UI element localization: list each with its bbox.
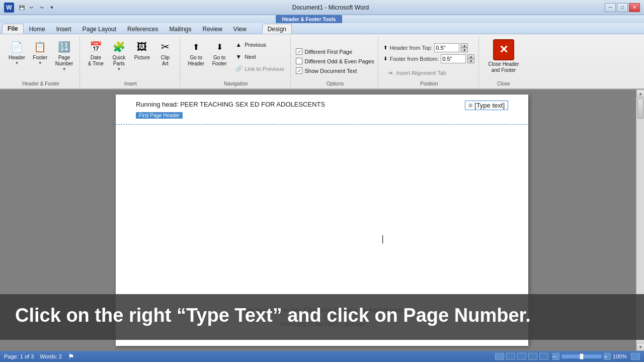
go-to-footer-button[interactable]: ⬇ Go to Footer bbox=[209, 37, 230, 68]
draft-view-button[interactable] bbox=[539, 353, 548, 360]
header-from-top-input[interactable] bbox=[434, 43, 459, 52]
diff-odd-even-checkbox[interactable]: Different Odd & Even Pages bbox=[296, 58, 374, 64]
next-button[interactable]: ▼ Next bbox=[232, 51, 286, 62]
close-group-label: Close bbox=[484, 81, 523, 87]
zoom-out-button[interactable]: ─ bbox=[552, 353, 559, 360]
close-header-footer-button[interactable]: ✕ Close Header and Footer bbox=[484, 37, 523, 75]
header-dropdown-arrow: ▼ bbox=[15, 61, 19, 65]
minimize-button[interactable]: ─ bbox=[605, 3, 616, 12]
page-number-dropdown-arrow: ▼ bbox=[62, 67, 66, 71]
footer-label: Footer bbox=[33, 55, 47, 61]
footer-bottom-icon: ⬇ bbox=[383, 56, 387, 61]
footer-button[interactable]: 📋 Footer ▼ bbox=[30, 37, 51, 67]
show-doc-text-label: Show Document Text bbox=[304, 68, 357, 74]
diff-first-page-checkbox[interactable]: ✓ Different First Page bbox=[296, 48, 352, 55]
picture-label: Picture bbox=[134, 55, 150, 61]
page-status-text: Page: 1 of 3 bbox=[4, 353, 34, 359]
tab-view[interactable]: View bbox=[228, 24, 252, 34]
header-button[interactable]: 📄 Header ▼ bbox=[6, 37, 28, 67]
type-text-box[interactable]: ⊞ [Type text] bbox=[465, 101, 508, 110]
tab-design[interactable]: Design bbox=[262, 24, 292, 34]
navigation-content: ⬆ Go to Header ⬇ Go to Footer ▲ Previous… bbox=[185, 37, 286, 81]
type-text-label[interactable]: [Type text] bbox=[474, 102, 505, 109]
position-content: ⬆ Header from Top: ▲ ▼ ⬇ Footer from Bot… bbox=[383, 37, 474, 81]
type-text-handle-icon: ⊞ bbox=[468, 103, 472, 108]
date-time-button[interactable]: 📅 Date & Time bbox=[85, 37, 106, 68]
header-top-down[interactable]: ▼ bbox=[461, 48, 468, 52]
header-top-up[interactable]: ▲ bbox=[461, 43, 468, 48]
title-bar: W 💾 ↩ ↪ ▼ Document1 - Microsoft Word ─ □… bbox=[0, 0, 644, 15]
header-area[interactable]: Running head: PEER TEACHING SEX ED FOR A… bbox=[116, 95, 528, 125]
scroll-down-button[interactable]: ▼ bbox=[636, 343, 644, 351]
restore-button[interactable]: □ bbox=[617, 3, 628, 12]
page-number-icon: 🔢 bbox=[56, 39, 72, 55]
header-icon: 📄 bbox=[9, 39, 25, 55]
page-status: Page: 1 of 3 bbox=[4, 353, 34, 359]
tab-review[interactable]: Review bbox=[197, 24, 227, 34]
header-top-spinner[interactable]: ▲ ▼ bbox=[461, 43, 468, 52]
footer-from-bottom-label: Footer from Bottom: bbox=[389, 56, 439, 62]
diff-odd-even-check-icon bbox=[296, 58, 302, 64]
tab-insert[interactable]: Insert bbox=[51, 24, 77, 34]
page-number-button[interactable]: 🔢 Page Number ▼ bbox=[53, 37, 76, 73]
document-area: ▲ ▼ Running head: PEER TEACHING SEX ED F… bbox=[0, 89, 644, 351]
ribbon: 📄 Header ▼ 📋 Footer ▼ 🔢 Page Number ▼ He… bbox=[0, 34, 644, 89]
go-to-footer-label: Go to Footer bbox=[212, 55, 227, 67]
footer-from-bottom-row: ⬇ Footer from Bottom: ▲ ▼ bbox=[383, 54, 474, 63]
previous-icon: ▲ bbox=[234, 41, 243, 49]
link-icon: 🔗 bbox=[234, 65, 243, 73]
previous-button[interactable]: ▲ Previous bbox=[232, 39, 286, 50]
picture-icon: 🖼 bbox=[134, 39, 150, 55]
footer-bottom-down[interactable]: ▼ bbox=[467, 59, 474, 63]
link-to-previous-label: Link to Previous bbox=[245, 66, 284, 72]
clip-art-button[interactable]: ✂ Clip Art bbox=[154, 37, 176, 68]
group-close: ✕ Close Header and Footer Close bbox=[480, 36, 527, 88]
zoom-in-button[interactable]: + bbox=[604, 353, 611, 360]
header-footer-buttons: 📄 Header ▼ 📋 Footer ▼ 🔢 Page Number ▼ bbox=[6, 37, 75, 81]
tab-page-layout[interactable]: Page Layout bbox=[77, 24, 122, 34]
close-window-button[interactable]: ✕ bbox=[629, 3, 640, 12]
group-position: ⬆ Header from Top: ▲ ▼ ⬇ Footer from Bot… bbox=[379, 36, 479, 88]
go-to-header-button[interactable]: ⬆ Go to Header bbox=[185, 37, 207, 68]
close-header-footer-icon: ✕ bbox=[493, 39, 514, 60]
redo-icon[interactable]: ↪ bbox=[37, 3, 46, 12]
next-icon: ▼ bbox=[234, 53, 243, 61]
picture-button[interactable]: 🖼 Picture bbox=[131, 37, 152, 62]
footer-icon: 📋 bbox=[32, 39, 48, 55]
diff-first-page-check-icon: ✓ bbox=[296, 48, 302, 55]
page-number-label: Page Number bbox=[55, 55, 73, 67]
scroll-thumb[interactable] bbox=[637, 99, 643, 119]
insert-alignment-tab-button[interactable]: ⇥ Insert Alignment Tab bbox=[383, 67, 448, 78]
footer-bottom-spinner[interactable]: ▲ ▼ bbox=[467, 54, 474, 63]
link-to-previous-button[interactable]: 🔗 Link to Previous bbox=[232, 63, 286, 74]
zoom-slider[interactable] bbox=[561, 354, 602, 358]
undo-icon[interactable]: ↩ bbox=[27, 3, 36, 12]
web-layout-view-button[interactable] bbox=[517, 353, 526, 360]
outline-view-button[interactable] bbox=[528, 353, 537, 360]
date-time-label: Date & Time bbox=[88, 55, 104, 67]
dropdown-icon[interactable]: ▼ bbox=[47, 3, 56, 12]
insert-buttons: 📅 Date & Time 🧩 Quick Parts ▼ 🖼 Picture … bbox=[85, 37, 176, 81]
tab-references[interactable]: References bbox=[122, 24, 164, 34]
zoom-fit-button[interactable] bbox=[631, 353, 640, 360]
tab-file[interactable]: File bbox=[2, 24, 24, 34]
quick-access-toolbar: 💾 ↩ ↪ ▼ bbox=[17, 3, 56, 12]
footer-bottom-up[interactable]: ▲ bbox=[467, 54, 474, 59]
full-screen-view-button[interactable] bbox=[506, 353, 515, 360]
close-header-footer-label: Close Header and Footer bbox=[488, 61, 519, 73]
footer-from-bottom-input[interactable] bbox=[441, 54, 466, 63]
title-bar-title: Document1 - Microsoft Word bbox=[56, 4, 605, 11]
diff-odd-even-label: Different Odd & Even Pages bbox=[304, 58, 374, 64]
footer-dropdown-arrow: ▼ bbox=[38, 61, 42, 65]
scroll-up-button[interactable]: ▲ bbox=[636, 89, 644, 98]
quick-parts-button[interactable]: 🧩 Quick Parts ▼ bbox=[108, 37, 129, 73]
error-icon: ⚑ bbox=[68, 352, 74, 360]
print-layout-view-button[interactable] bbox=[495, 353, 504, 360]
cursor-position: ▏ bbox=[382, 235, 388, 243]
page-body[interactable]: ▏ bbox=[116, 125, 528, 301]
tab-home[interactable]: Home bbox=[24, 24, 51, 34]
show-doc-text-checkbox[interactable]: ✓ Show Document Text bbox=[296, 67, 357, 74]
tab-mailings[interactable]: Mailings bbox=[164, 24, 197, 34]
close-content: ✕ Close Header and Footer bbox=[484, 37, 523, 81]
save-icon[interactable]: 💾 bbox=[17, 3, 26, 12]
